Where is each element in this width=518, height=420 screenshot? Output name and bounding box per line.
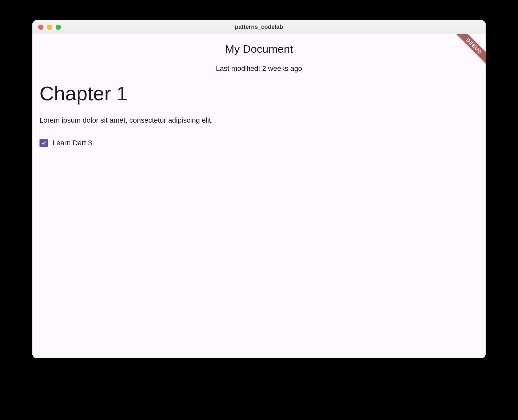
titlebar[interactable]: patterns_codelab	[32, 20, 486, 34]
checkbox-label: Learn Dart 3	[52, 139, 92, 147]
checkbox-input[interactable]	[39, 139, 48, 147]
document-body: Chapter 1 Lorem ipsum dolor sit amet, co…	[32, 73, 486, 147]
app-content: DEBUG My Document Last modified: 2 weeks…	[32, 34, 486, 358]
zoom-window-button[interactable]	[56, 25, 61, 30]
paragraph-text: Lorem ipsum dolor sit amet, consectetur …	[39, 116, 479, 125]
document-title: My Document	[32, 43, 486, 55]
chapter-heading: Chapter 1	[39, 83, 479, 105]
check-icon	[41, 140, 47, 146]
document-subtitle: Last modified: 2 weeks ago	[32, 64, 486, 73]
close-window-button[interactable]	[38, 25, 43, 30]
document-header: My Document Last modified: 2 weeks ago	[32, 34, 486, 73]
minimize-window-button[interactable]	[47, 25, 52, 30]
traffic-lights	[32, 25, 61, 30]
checkbox-item[interactable]: Learn Dart 3	[39, 139, 479, 147]
app-window: patterns_codelab DEBUG My Document Last …	[32, 20, 486, 358]
window-title: patterns_codelab	[32, 24, 486, 30]
